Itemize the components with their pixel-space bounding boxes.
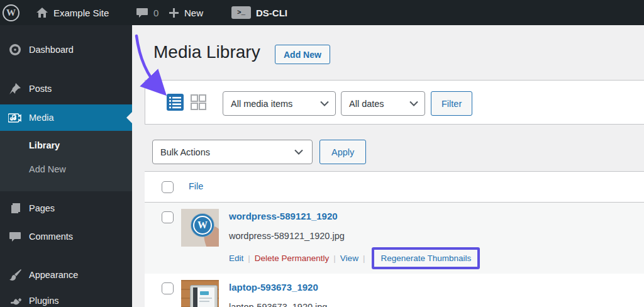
list-view-icon[interactable] (167, 94, 184, 111)
sidebar-item-dashboard[interactable]: Dashboard (0, 39, 132, 60)
comment-bubble-icon (136, 6, 148, 19)
table-row: laptop-593673_1920 laptop-593673_1920.jp… (145, 274, 644, 307)
row-checkbox[interactable] (162, 282, 174, 294)
date-filter-value: All dates (349, 99, 384, 109)
media-type-select[interactable]: All media items (223, 91, 336, 116)
bulk-actions-value: Bulk Actions (160, 147, 210, 157)
sidebar-label: Appearance (29, 270, 78, 280)
sidebar-item-media[interactable]: Media (0, 104, 132, 131)
pushpin-icon (8, 82, 21, 96)
pages-icon (8, 202, 21, 215)
sidebar-item-plugins[interactable]: Plugins (0, 290, 132, 307)
sidebar-label: Comments (29, 232, 73, 242)
table-header-row: File (145, 172, 644, 203)
dashboard-icon (8, 43, 21, 57)
delete-permanently-link[interactable]: Delete Permanently (255, 254, 330, 263)
edit-link[interactable]: Edit (229, 254, 243, 263)
sidebar-label: Dashboard (29, 45, 74, 55)
ds-cli-menu[interactable]: >_ DS-CLI (231, 0, 287, 25)
view-link[interactable]: View (340, 254, 358, 263)
media-thumbnail-wordpress[interactable]: W (181, 209, 219, 247)
media-type-value: All media items (231, 99, 292, 109)
new-content-menu[interactable]: New (169, 0, 203, 25)
action-separator: | (363, 254, 365, 263)
media-filter-bar: All media items All dates Filter (145, 80, 644, 125)
comments-menu[interactable]: 0 (136, 0, 158, 25)
bulk-actions-select[interactable]: Bulk Actions (152, 140, 313, 164)
submenu-item-add-new[interactable]: Add New (29, 164, 66, 174)
sidebar-item-appearance[interactable]: Appearance (0, 264, 132, 286)
admin-sidebar: Dashboard Posts Media Library Add New Pa… (0, 25, 132, 307)
media-thumbnail-laptop[interactable] (181, 280, 219, 307)
ds-cli-label: DS-CLI (256, 8, 287, 18)
wordpress-logo-icon: W (3, 4, 19, 21)
sidebar-item-comments[interactable]: Comments (0, 226, 132, 247)
grid-view-icon[interactable] (190, 94, 207, 111)
media-filename: wordpress-589121_1920.jpg (229, 231, 345, 241)
media-filename: laptop-593673_1920.jpg (229, 302, 327, 307)
media-list-table: File W wordpress-589121_1920 wordpress-5… (145, 171, 644, 307)
terminal-icon: >_ (231, 6, 251, 19)
paint-brush-icon (8, 269, 21, 282)
sidebar-label: Pages (29, 203, 55, 213)
media-submenu: Library Add New (0, 131, 132, 191)
submenu-item-library[interactable]: Library (29, 140, 60, 150)
speech-bubble-icon (8, 230, 21, 243)
admin-bar: W Example Site 0 New >_ DS-CLI (0, 0, 644, 25)
date-filter-select[interactable]: All dates (341, 91, 425, 116)
sidebar-label: Posts (29, 84, 52, 94)
add-new-button[interactable]: Add New (275, 45, 330, 64)
laptop-shape (190, 285, 218, 307)
apply-button[interactable]: Apply (319, 140, 366, 164)
sidebar-item-pages[interactable]: Pages (0, 198, 132, 219)
wordpress-admin-screen: W Example Site 0 New >_ DS-CLI Dashboard (0, 0, 644, 307)
select-all-checkbox[interactable] (162, 181, 174, 193)
comment-count: 0 (153, 8, 158, 18)
plug-icon (8, 294, 21, 307)
media-title-link[interactable]: wordpress-589121_1920 (229, 211, 338, 221)
sidebar-item-posts[interactable]: Posts (0, 78, 132, 99)
site-name-link[interactable]: Example Site (36, 0, 109, 25)
wordpress-logo-menu[interactable]: W (3, 0, 19, 25)
page-title: Media Library (153, 42, 260, 62)
regenerate-thumbnails-highlight-box: Regenerate Thumbnails (372, 247, 480, 269)
filter-button[interactable]: Filter (431, 91, 472, 116)
action-separator: | (248, 254, 250, 263)
action-separator: | (333, 254, 336, 263)
row-checkbox[interactable] (162, 211, 174, 223)
media-icon (8, 111, 21, 125)
plus-icon (169, 8, 179, 18)
table-row: W wordpress-589121_1920 wordpress-589121… (145, 203, 644, 274)
site-name-label: Example Site (53, 8, 109, 18)
column-header-file[interactable]: File (189, 181, 203, 191)
chevron-down-icon (320, 101, 329, 106)
new-label: New (184, 8, 203, 18)
regenerate-thumbnails-link[interactable]: Regenerate Thumbnails (380, 254, 471, 263)
chevron-down-icon (294, 149, 303, 155)
chevron-down-icon (409, 101, 418, 106)
sidebar-label: Plugins (29, 296, 59, 306)
row-actions: Edit | Delete Permanently | View | Regen… (229, 244, 480, 272)
home-icon (36, 6, 48, 19)
sidebar-label: Media (29, 113, 54, 123)
media-title-link[interactable]: laptop-593673_1920 (229, 282, 318, 293)
wordpress-logo-badge: W (191, 214, 214, 237)
